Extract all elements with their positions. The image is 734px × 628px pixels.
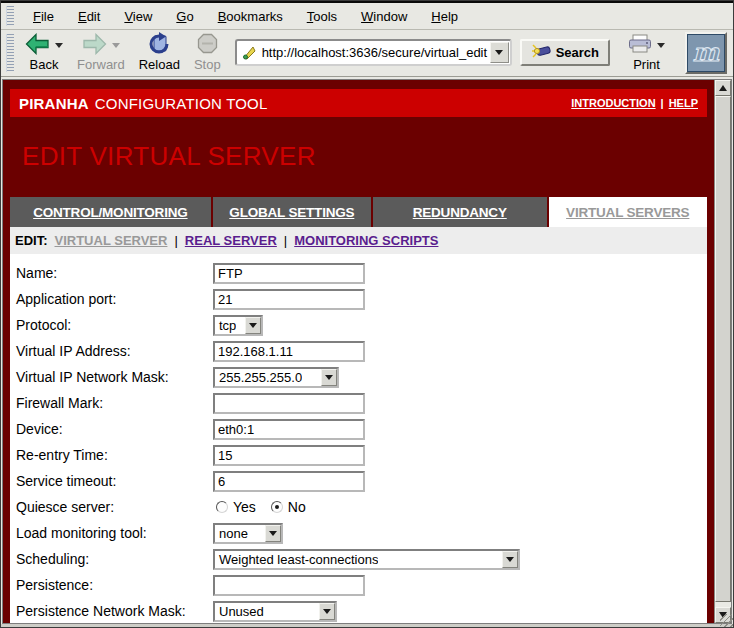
brand-subtitle: CONFIGURATION TOOL [95, 95, 268, 112]
url-dropdown-button[interactable] [490, 42, 509, 63]
back-button[interactable]: Back [21, 32, 67, 73]
reentry-time-input[interactable] [213, 445, 365, 466]
bookmark-icon[interactable] [242, 45, 257, 60]
browser-menubar: File Edit View Go Bookmarks Tools Window… [1, 3, 733, 30]
menu-bookmarks[interactable]: Bookmarks [206, 6, 295, 27]
search-icon [531, 43, 551, 62]
stop-button[interactable]: Stop [190, 32, 225, 73]
form-row-application-port: Application port: [14, 286, 707, 312]
persistence-label: Persistence: [14, 577, 213, 593]
form-row-name: Name: [14, 260, 707, 286]
edit-subnav: EDIT: VIRTUAL SERVER | REAL SERVER | MON… [10, 227, 707, 254]
form-row-virtual-ip-netmask: Virtual IP Network Mask: 255.255.255.0 [14, 364, 707, 390]
service-timeout-input[interactable] [213, 471, 365, 492]
subnav-monitoring-scripts-link[interactable]: MONITORING SCRIPTS [294, 233, 438, 248]
dropdown-arrow-icon [265, 525, 281, 542]
reload-button[interactable]: Reload [135, 32, 184, 73]
dropdown-arrow-icon [321, 369, 337, 386]
application-port-label: Application port: [14, 291, 213, 307]
window-bottom-edge [1, 624, 733, 627]
service-timeout-label: Service timeout: [14, 473, 213, 489]
tab-redundancy[interactable]: REDUNDANCY [373, 197, 547, 227]
form-row-reentry-time: Re-entry Time: [14, 442, 707, 468]
stop-icon [197, 33, 218, 57]
virtual-ip-input[interactable] [213, 341, 365, 362]
virtual-ip-netmask-select[interactable]: 255.255.255.0 [213, 367, 339, 388]
reload-icon [148, 32, 171, 58]
quiesce-server-label: Quiesce server: [14, 499, 213, 515]
brand-name: PIRANHA [19, 95, 89, 112]
form-row-persistence: Persistence: [14, 572, 707, 598]
tab-virtual-servers[interactable]: VIRTUAL SERVERS [549, 197, 708, 227]
form-row-quiesce-server: Quiesce server: Yes No [14, 494, 707, 520]
url-bar [235, 39, 512, 66]
firewall-mark-input[interactable] [213, 393, 365, 414]
browser-toolbar: Back Forward Reload [1, 30, 733, 77]
forward-button[interactable]: Forward [73, 32, 129, 73]
toolbar-grippy[interactable] [6, 34, 14, 72]
device-label: Device: [14, 421, 213, 437]
form-row-device: Device: [14, 416, 707, 442]
menu-file[interactable]: File [21, 6, 66, 27]
menubar-grippy[interactable] [6, 6, 14, 26]
quiesce-yes-radio[interactable] [216, 501, 228, 513]
tab-global-settings[interactable]: GLOBAL SETTINGS [213, 197, 371, 227]
url-input[interactable] [260, 45, 490, 60]
print-dropdown-icon[interactable] [657, 43, 665, 48]
window-resize-grip[interactable] [720, 614, 733, 627]
form-row-persistence-netmask: Persistence Network Mask: Unused [14, 598, 707, 623]
form-row-service-timeout: Service timeout: [14, 468, 707, 494]
forward-dropdown-icon[interactable] [112, 43, 120, 48]
menu-tools[interactable]: Tools [295, 6, 349, 27]
subnav-separator: | [174, 233, 177, 248]
application-port-input[interactable] [213, 289, 365, 310]
menu-view[interactable]: View [112, 6, 164, 27]
scheduling-select[interactable]: Weighted least-connections [213, 549, 520, 570]
subnav-virtual-server-current: VIRTUAL SERVER [55, 233, 168, 248]
name-input[interactable] [213, 263, 365, 284]
scroll-up-button[interactable] [715, 80, 731, 96]
menu-help[interactable]: Help [419, 6, 470, 27]
menu-window[interactable]: Window [349, 6, 419, 27]
quiesce-no-radio[interactable] [271, 501, 283, 513]
quiesce-no-label: No [288, 499, 306, 515]
device-input[interactable] [213, 419, 365, 440]
virtual-ip-label: Virtual IP Address: [14, 343, 213, 359]
introduction-link[interactable]: INTRODUCTION [571, 97, 655, 109]
firewall-mark-label: Firewall Mark: [14, 395, 213, 411]
form-row-load-monitoring: Load monitoring tool: none [14, 520, 707, 546]
help-link[interactable]: HELP [669, 97, 698, 109]
tab-bar: CONTROL/MONITORING GLOBAL SETTINGS REDUN… [10, 197, 707, 227]
tab-control-monitoring[interactable]: CONTROL/MONITORING [10, 197, 211, 227]
print-icon [628, 34, 652, 57]
search-button[interactable]: Search [520, 39, 610, 66]
protocol-label: Protocol: [14, 317, 213, 333]
browser-viewport: PIRANHA CONFIGURATION TOOL INTRODUCTION … [2, 79, 732, 624]
reentry-time-label: Re-entry Time: [14, 447, 213, 463]
quiesce-yes-label: Yes [233, 499, 256, 515]
subnav-separator: | [284, 233, 287, 248]
protocol-select[interactable]: tcp [213, 315, 263, 336]
menu-edit[interactable]: Edit [66, 6, 112, 27]
scroll-up-icon [719, 85, 727, 91]
header-link-separator: | [661, 97, 664, 109]
forward-icon [82, 33, 107, 58]
persistence-netmask-select[interactable]: Unused [213, 601, 337, 622]
dropdown-arrow-icon [502, 551, 518, 568]
load-monitoring-label: Load monitoring tool: [14, 525, 213, 541]
scrollbar-thumb[interactable] [715, 96, 731, 602]
mozilla-logo[interactable]: m [685, 32, 727, 74]
piranha-page: PIRANHA CONFIGURATION TOOL INTRODUCTION … [3, 80, 714, 623]
name-label: Name: [14, 265, 213, 281]
load-monitoring-select[interactable]: none [213, 523, 283, 544]
virtual-server-form: Name: Application port: Protocol: tcp Vi… [10, 254, 707, 623]
menu-go[interactable]: Go [164, 6, 205, 27]
svg-text:m: m [693, 38, 720, 67]
print-button[interactable]: Print [624, 32, 669, 73]
form-row-virtual-ip: Virtual IP Address: [14, 338, 707, 364]
persistence-input[interactable] [213, 575, 365, 596]
vertical-scrollbar [714, 80, 731, 623]
form-row-firewall-mark: Firewall Mark: [14, 390, 707, 416]
back-dropdown-icon[interactable] [55, 43, 63, 48]
subnav-real-server-link[interactable]: REAL SERVER [185, 233, 277, 248]
